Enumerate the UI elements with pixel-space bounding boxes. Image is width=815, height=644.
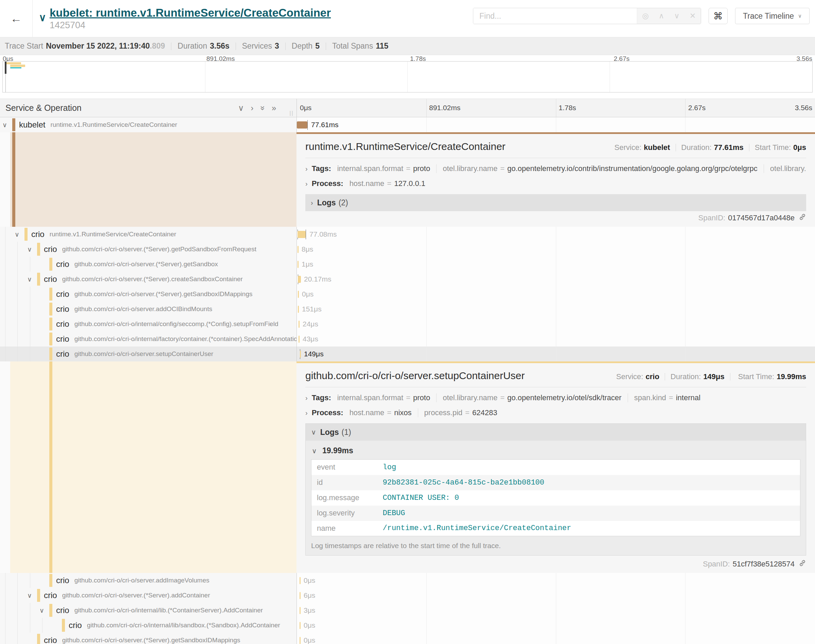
span-row-crio-createcontainer[interactable]: ∨ crio runtime.v1.RuntimeService/CreateC… bbox=[0, 227, 815, 242]
duration-label: Duration: bbox=[682, 143, 712, 152]
chevron-right-icon[interactable]: › bbox=[305, 409, 308, 417]
span-operation: github.com/cri-o/cri-o/server.addImageVo… bbox=[75, 577, 210, 584]
collapse-all-icon[interactable]: » bbox=[258, 106, 267, 110]
chevron-down-icon[interactable]: ∨ bbox=[27, 272, 32, 287]
clear-search-icon[interactable]: ✕ bbox=[689, 12, 696, 20]
keyboard-shortcuts-button[interactable]: ⌘ bbox=[709, 8, 728, 24]
top-actions: ◎ ∧ ∨ ✕ ⌘ Trace Timeline ∨ bbox=[473, 8, 810, 24]
ruler-tick: 2.67s bbox=[688, 104, 706, 112]
span-bar[interactable] bbox=[298, 276, 301, 283]
log-field-value: /runtime.v1.RuntimeService/CreateContain… bbox=[383, 521, 800, 536]
logs-accordion[interactable]: › Logs (2) bbox=[305, 194, 806, 211]
process-label: Process: bbox=[312, 408, 343, 417]
span-operation: github.com/cri-o/cri-o/server.(*Server).… bbox=[62, 636, 241, 644]
chevron-down-icon[interactable]: ∨ bbox=[39, 12, 46, 23]
span-operation: github.com/cri-o/cri-o/server.setupConta… bbox=[75, 350, 213, 358]
ruler-tick: 1.78s bbox=[559, 104, 576, 112]
trace-minimap[interactable] bbox=[2, 61, 813, 92]
deep-link-icon[interactable] bbox=[799, 213, 806, 223]
next-match-icon[interactable]: ∨ bbox=[674, 12, 680, 20]
span-operation: github.com/cri-o/cri-o/server.(*Server).… bbox=[62, 245, 256, 253]
span-row-addcontainer[interactable]: ∨ crio github.com/cri-o/cri-o/server.(*S… bbox=[0, 588, 815, 603]
span-bar[interactable] bbox=[299, 320, 300, 328]
logs-count: (2) bbox=[339, 198, 348, 207]
find-controls: ◎ ∧ ∨ ✕ bbox=[637, 8, 701, 24]
span-bar[interactable] bbox=[297, 231, 306, 238]
expand-one-icon[interactable]: › bbox=[251, 104, 254, 112]
span-duration: 1μs bbox=[302, 260, 313, 268]
process-row[interactable]: › Process: host.name=nixos process.pid=6… bbox=[305, 408, 806, 417]
log-field-key: name bbox=[311, 521, 383, 536]
span-bar[interactable] bbox=[300, 637, 300, 644]
span-operation: runtime.v1.RuntimeService/CreateContaine… bbox=[50, 230, 176, 238]
tag-key: internal.span.format bbox=[337, 393, 403, 402]
span-duration: 0μs bbox=[303, 621, 315, 629]
find-input[interactable] bbox=[473, 8, 637, 24]
focus-icon[interactable]: ◎ bbox=[642, 12, 649, 20]
span-row-getpodsandboxfromrequest[interactable]: ∨ crio github.com/cri-o/cri-o/server.(*S… bbox=[0, 242, 815, 257]
span-service: crio bbox=[44, 590, 57, 600]
tag-key: internal.span.format bbox=[337, 164, 403, 173]
column-resize-handle[interactable]: || bbox=[290, 110, 294, 117]
logs-accordion[interactable]: ∨ Logs (1) bbox=[306, 424, 806, 441]
span-duration: 149μs bbox=[304, 350, 324, 358]
previous-match-icon[interactable]: ∧ bbox=[659, 12, 664, 20]
span-row-addocibindmounts[interactable]: crio github.com/cri-o/cri-o/server.addOC… bbox=[0, 302, 815, 317]
trace-title-block: ∨ kubelet: runtime.v1.RuntimeService/Cre… bbox=[39, 6, 331, 31]
span-bar[interactable] bbox=[300, 622, 300, 629]
span-row-seccomp-setupfromfield[interactable]: crio github.com/cri-o/cri-o/internal/con… bbox=[0, 317, 815, 331]
duration-value: 149μs bbox=[703, 372, 724, 381]
span-duration: 0μs bbox=[303, 577, 315, 584]
process-row[interactable]: › Process: host.name=127.0.0.1 bbox=[305, 179, 806, 188]
chevron-down-icon[interactable]: ∨ bbox=[2, 117, 7, 132]
trace-title-link[interactable]: kubelet: runtime.v1.RuntimeService/Creat… bbox=[50, 6, 331, 19]
minimap-scrubber-handle[interactable] bbox=[5, 61, 6, 74]
span-row-getsandboxidmappings-2[interactable]: crio github.com/cri-o/cri-o/server.(*Ser… bbox=[0, 633, 815, 644]
span-bar[interactable] bbox=[300, 607, 300, 614]
span-duration: 24μs bbox=[303, 320, 318, 328]
span-row-lib-addcontainer[interactable]: ∨ crio github.com/cri-o/cri-o/internal/l… bbox=[0, 603, 815, 618]
span-row-createsandboxcontainer[interactable]: ∨ crio github.com/cri-o/cri-o/server.(*S… bbox=[0, 272, 815, 287]
spanid-row: SpanID: 51cf7f38e5128574 bbox=[703, 559, 806, 569]
chevron-right-icon[interactable]: › bbox=[305, 180, 308, 188]
span-row-getsandbox[interactable]: crio github.com/cri-o/cri-o/server.(*Ser… bbox=[0, 257, 815, 272]
span-bar[interactable] bbox=[299, 336, 300, 343]
span-bar[interactable] bbox=[298, 291, 299, 298]
chevron-down-icon[interactable]: ∨ bbox=[27, 242, 32, 257]
span-row-kubelet-createcontainer[interactable]: ∨ kubelet runtime.v1.RuntimeService/Crea… bbox=[0, 117, 815, 132]
spanid-value: 51cf7f38e5128574 bbox=[733, 560, 795, 569]
chevron-right-icon[interactable]: › bbox=[305, 165, 308, 173]
span-row-addimagevolumes[interactable]: crio github.com/cri-o/cri-o/server.addIm… bbox=[0, 573, 815, 588]
span-bar[interactable] bbox=[297, 261, 299, 268]
log-entry-header[interactable]: ∨ 19.99ms bbox=[311, 443, 800, 459]
span-bar[interactable] bbox=[300, 577, 300, 584]
tags-row[interactable]: › Tags: internal.span.format=proto otel.… bbox=[305, 164, 806, 173]
back-button[interactable]: ← bbox=[0, 0, 33, 37]
tags-row[interactable]: › Tags: internal.span.format=proto otel.… bbox=[305, 393, 806, 402]
span-bar[interactable] bbox=[297, 246, 299, 253]
span-row-sandbox-addcontainer[interactable]: crio github.com/cri-o/cri-o/internal/lib… bbox=[0, 618, 815, 633]
span-duration: 0μs bbox=[303, 636, 315, 644]
chevron-down-icon[interactable]: ∨ bbox=[27, 588, 32, 603]
span-bar[interactable] bbox=[297, 121, 307, 129]
span-row-getsandboxidmappings[interactable]: crio github.com/cri-o/cri-o/server.(*Ser… bbox=[0, 287, 815, 302]
span-service: crio bbox=[56, 304, 69, 314]
span-service: crio bbox=[44, 274, 57, 284]
trace-view-selector[interactable]: Trace Timeline ∨ bbox=[735, 8, 810, 24]
span-row-setupcontaineruser[interactable]: crio github.com/cri-o/cri-o/server.setup… bbox=[0, 347, 815, 362]
span-bar[interactable] bbox=[300, 592, 300, 599]
span-row-specaddannotations[interactable]: crio github.com/cri-o/cri-o/internal/fac… bbox=[0, 331, 815, 347]
chevron-down-icon[interactable]: ∨ bbox=[15, 227, 19, 242]
expand-all-icon[interactable]: » bbox=[272, 104, 276, 112]
span-service: crio bbox=[56, 334, 69, 344]
span-bar[interactable] bbox=[298, 306, 299, 313]
span-service: crio bbox=[31, 230, 44, 239]
services-label: Services bbox=[242, 41, 272, 51]
detail-title: github.com/cri-o/cri-o/server.setupConta… bbox=[305, 370, 525, 382]
chevron-right-icon[interactable]: › bbox=[305, 394, 308, 402]
deep-link-icon[interactable] bbox=[799, 559, 806, 569]
back-arrow-icon[interactable]: ← bbox=[11, 12, 22, 25]
span-bar[interactable] bbox=[300, 351, 301, 358]
chevron-down-icon[interactable]: ∨ bbox=[40, 603, 44, 618]
collapse-one-icon[interactable]: ∨ bbox=[238, 104, 244, 112]
